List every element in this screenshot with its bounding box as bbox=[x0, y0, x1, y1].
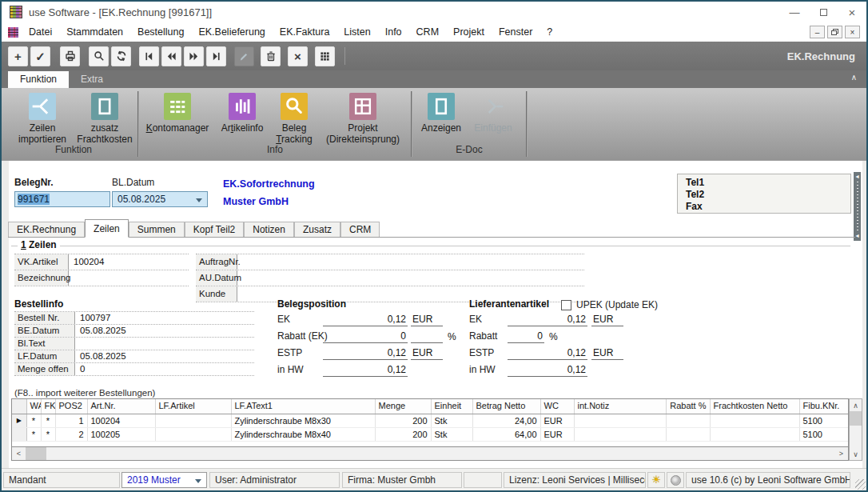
ribbon-button-kontomanager[interactable]: Kontomanager bbox=[142, 93, 213, 134]
bp-ek-unit-field[interactable]: EUR bbox=[411, 313, 443, 326]
mdi-close-button[interactable]: × bbox=[845, 26, 860, 38]
grid-view-button[interactable] bbox=[315, 46, 335, 66]
grid-header-cell[interactable]: Fibu.KNr. bbox=[799, 399, 848, 414]
grid-cell[interactable] bbox=[666, 414, 710, 427]
grid-header-cell[interactable]: Rabatt % bbox=[666, 399, 710, 414]
company-link[interactable]: Muster GmbH bbox=[223, 196, 289, 207]
grid-cell[interactable] bbox=[155, 414, 231, 427]
grid-cell[interactable]: 1 bbox=[55, 414, 87, 427]
menu-item-ek-belieferung[interactable]: EK.Belieferung bbox=[191, 24, 272, 40]
menu-item-bestellung[interactable]: Bestellung bbox=[130, 24, 191, 40]
grid-cell[interactable]: Stk bbox=[431, 414, 472, 427]
scroll-left-icon[interactable]: < bbox=[12, 447, 26, 460]
bp-rabatt-field[interactable]: 0 bbox=[323, 330, 408, 343]
new-record-button[interactable]: + bbox=[8, 46, 28, 66]
ribbon-tab-extra[interactable]: Extra bbox=[69, 71, 115, 88]
grid-cell[interactable]: 64,00 bbox=[472, 427, 540, 441]
minimize-button[interactable]: — bbox=[780, 2, 809, 22]
grid-horizontal-scrollbar[interactable]: < > bbox=[11, 447, 849, 461]
grid-cell[interactable]: 100205 bbox=[87, 427, 155, 441]
ribbon-button-anzeigen[interactable]: Anzeigen bbox=[417, 93, 465, 134]
grid-cell[interactable]: EUR bbox=[540, 414, 574, 427]
menu-item-ek-faktura[interactable]: EK.Faktura bbox=[273, 24, 337, 40]
scrollbar-thumb[interactable] bbox=[26, 447, 46, 460]
next-record-button[interactable] bbox=[184, 46, 204, 66]
grid-header-cell[interactable]: Einheit bbox=[431, 399, 472, 414]
menu-item-fenster[interactable]: Fenster bbox=[492, 24, 540, 40]
la-estp-unit-field[interactable]: EUR bbox=[591, 346, 623, 360]
prev-record-button[interactable] bbox=[161, 46, 181, 66]
ribbon-tab-funktion[interactable]: Funktion bbox=[8, 71, 69, 88]
grid-cell[interactable]: 200 bbox=[375, 414, 431, 427]
grid-cell[interactable] bbox=[710, 414, 799, 427]
scroll-up-icon[interactable]: ∧ bbox=[850, 399, 862, 411]
tab-zeilen[interactable]: Zeilen bbox=[85, 219, 129, 238]
tab-summen[interactable]: Summen bbox=[129, 222, 185, 237]
grid-cell[interactable]: 5100 bbox=[799, 427, 848, 441]
grid-cell[interactable]: Stk bbox=[431, 427, 472, 441]
grid-cell[interactable]: * bbox=[26, 427, 41, 441]
close-button[interactable]: × bbox=[838, 2, 866, 22]
lf-datum-value[interactable]: 05.08.2025 bbox=[75, 350, 254, 362]
menu-item-projekt[interactable]: Projekt bbox=[446, 24, 492, 40]
grid-cell[interactable]: 24,00 bbox=[472, 414, 540, 427]
grid-cell[interactable]: 200 bbox=[375, 427, 431, 441]
upek-checkbox[interactable] bbox=[561, 300, 571, 310]
la-rabatt-field[interactable]: 0 bbox=[508, 330, 544, 343]
search-button[interactable] bbox=[89, 46, 109, 66]
confirm-button[interactable]: ✓ bbox=[30, 46, 50, 66]
refresh-button[interactable] bbox=[111, 46, 131, 66]
tab-zusatz[interactable]: Zusatz bbox=[294, 222, 340, 237]
doc-type-link[interactable]: EK.Sofortrechnung bbox=[223, 178, 315, 190]
ribbon-collapse-icon[interactable]: ∧ bbox=[851, 73, 857, 82]
bp-estp-field[interactable]: 0,12 bbox=[323, 346, 408, 360]
menu-item-info[interactable]: Info bbox=[378, 24, 409, 40]
la-ek-field[interactable]: 0,12 bbox=[508, 313, 587, 326]
bestell-nr-value[interactable]: 100797 bbox=[75, 312, 254, 324]
first-record-button[interactable] bbox=[139, 46, 159, 66]
ribbon-button-projekt-direkteinsprung[interactable]: Projekt (Direkteinsprung) bbox=[318, 93, 408, 145]
menu-item-listen[interactable]: Listen bbox=[336, 24, 377, 40]
auftrag-nr-value[interactable] bbox=[237, 254, 584, 270]
grid-cell[interactable]: 5100 bbox=[799, 414, 848, 427]
grid-cell[interactable]: * bbox=[41, 414, 55, 427]
grid-cell[interactable] bbox=[574, 414, 666, 427]
mdi-minimize-button[interactable]: – bbox=[810, 26, 825, 38]
status-fingerprint-cell[interactable] bbox=[667, 472, 684, 488]
grid-cell[interactable]: Zylinderschraube M8x40 bbox=[231, 427, 375, 441]
print-button[interactable] bbox=[60, 46, 80, 66]
menu-item-stammdaten[interactable]: Stammdaten bbox=[59, 24, 130, 40]
cancel-button[interactable]: × bbox=[288, 46, 308, 66]
grid-header-cell[interactable]: Betrag Netto bbox=[472, 399, 540, 414]
grid-row[interactable]: * * 2 100205 Zylinderschraube M8x40 200 … bbox=[12, 427, 848, 441]
bp-rabatt-unit-field[interactable] bbox=[411, 330, 443, 343]
menu-item-crm[interactable]: CRM bbox=[409, 24, 446, 40]
grid-cell[interactable]: * bbox=[26, 414, 41, 427]
tab-notizen[interactable]: Notizen bbox=[244, 222, 294, 237]
tab-ek-rechnung[interactable]: EK.Rechnung bbox=[8, 222, 85, 237]
grid-cell[interactable]: Zylinderschraube M8x30 bbox=[231, 414, 375, 427]
bp-hw-field[interactable]: 0,12 bbox=[323, 363, 408, 377]
grid-row[interactable]: ▶ * * 1 100204 Zylinderschraube M8x30 20… bbox=[12, 414, 848, 427]
la-hw-field[interactable]: 0,12 bbox=[508, 363, 587, 377]
be-datum-value[interactable]: 05.08.2025 bbox=[75, 325, 254, 337]
delete-button[interactable] bbox=[261, 46, 281, 66]
grid-header-cell[interactable]: Menge bbox=[375, 399, 431, 414]
grid-cell[interactable] bbox=[574, 427, 666, 441]
ribbon-button-zusatz-frachtkosten[interactable]: zusatz Frachtkosten bbox=[74, 93, 136, 145]
grid-header-cell[interactable]: WC bbox=[540, 399, 574, 414]
grid-header-cell[interactable]: LF.Artikel bbox=[155, 399, 231, 414]
resize-grip[interactable] bbox=[855, 479, 866, 490]
scroll-down-icon[interactable]: ∨ bbox=[850, 448, 862, 460]
grid-cell[interactable] bbox=[155, 427, 231, 441]
maximize-button[interactable] bbox=[809, 2, 838, 22]
la-estp-field[interactable]: 0,12 bbox=[508, 346, 587, 360]
grid-header-cell[interactable]: LF.AText1 bbox=[231, 399, 375, 414]
menu-item-help[interactable]: ? bbox=[540, 24, 559, 40]
grid-cell[interactable]: EUR bbox=[540, 427, 574, 441]
mandant-combobox[interactable]: 2019 Muster bbox=[121, 472, 207, 488]
grid-header-cell[interactable]: FK bbox=[41, 399, 55, 414]
grid-cell[interactable]: 2 bbox=[55, 427, 87, 441]
grid-header-cell[interactable]: POS2 bbox=[55, 399, 87, 414]
beleg-nr-input[interactable]: 991671 bbox=[14, 191, 110, 207]
